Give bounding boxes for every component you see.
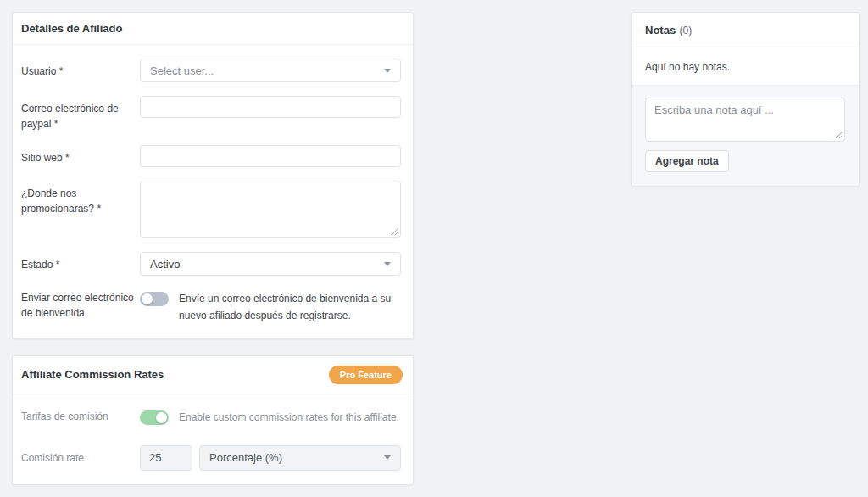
welcome-email-field: Envíe un correo electrónico de bienvenid…	[140, 289, 401, 325]
notes-footer: Agregar nota	[632, 86, 859, 186]
commission-toggle-field: Enable custom commission rates for this …	[140, 408, 401, 427]
toggle-knob	[142, 293, 153, 304]
page: Detalles de Afiliado Usuario * Select us…	[0, 0, 868, 497]
affiliate-details-title: Detalles de Afiliado	[21, 22, 122, 35]
paypal-email-input[interactable]	[140, 96, 401, 118]
commission-rate-type-value: Porcentaje (%)	[209, 451, 282, 464]
notes-body: Aquí no hay notas.	[632, 47, 859, 86]
commission-rates-title: Affiliate Commission Rates	[21, 368, 164, 381]
note-textarea[interactable]	[645, 98, 845, 142]
status-select-value: Activo	[150, 258, 180, 271]
user-select[interactable]: Select user...	[140, 59, 401, 82]
status-row: Estado * Activo	[13, 245, 413, 282]
pro-feature-badge: Pro Feature	[329, 366, 403, 384]
promote-row: ¿Donde nos promocionaras? *	[13, 174, 413, 245]
notes-count: (0)	[680, 25, 693, 36]
affiliate-details-body: Usuario * Select user... Correo electrón…	[13, 45, 413, 338]
website-label: Sitio web *	[21, 145, 140, 167]
promote-label: ¿Donde nos promocionaras? *	[21, 181, 140, 238]
promote-textarea[interactable]	[140, 181, 401, 238]
commission-toggle-label: Tarifas de comisión	[21, 408, 140, 427]
welcome-email-description: Envíe un correo electrónico de bienvenid…	[179, 293, 391, 321]
main-column: Detalles de Afiliado Usuario * Select us…	[12, 12, 414, 497]
user-label: Usuario *	[21, 59, 140, 82]
paypal-row: Correo electrónico de paypal *	[13, 89, 413, 138]
status-select[interactable]: Activo	[140, 252, 401, 276]
welcome-email-toggle[interactable]	[140, 292, 169, 306]
affiliate-details-header: Detalles de Afiliado	[13, 13, 413, 45]
notes-empty-text: Aquí no hay notas.	[645, 61, 730, 73]
chevron-down-icon	[384, 262, 391, 266]
website-row: Sitio web *	[13, 138, 413, 174]
status-label: Estado *	[21, 252, 140, 276]
notes-header: Notas (0)	[632, 13, 859, 47]
notes-card: Notas (0) Aquí no hay notas. Agregar not…	[631, 12, 860, 187]
commission-rates-header: Affiliate Commission Rates Pro Feature	[13, 356, 413, 394]
side-column: Notas (0) Aquí no hay notas. Agregar not…	[631, 12, 860, 187]
notes-title: Notas	[645, 24, 676, 36]
user-row: Usuario * Select user...	[13, 52, 413, 89]
commission-toggle-row: Tarifas de comisión Enable custom commis…	[13, 401, 413, 433]
chevron-down-icon	[384, 455, 391, 460]
website-input[interactable]	[140, 145, 401, 167]
commission-rates-card: Affiliate Commission Rates Pro Feature T…	[12, 355, 414, 485]
welcome-email-label: Enviar correo electrónico de bienvenida	[21, 289, 140, 325]
user-select-value: Select user...	[150, 64, 214, 77]
commission-rate-type-select[interactable]: Porcentaje (%)	[199, 445, 401, 471]
paypal-label: Correo electrónico de paypal *	[21, 96, 140, 131]
commission-rate-row: Comisión rate Porcentaje (%)	[13, 433, 413, 477]
commission-rates-toggle[interactable]	[140, 410, 169, 425]
welcome-email-row: Enviar correo electrónico de bienvenida …	[13, 282, 413, 332]
chevron-down-icon	[384, 69, 391, 73]
commission-rate-label: Comisión rate	[21, 445, 140, 471]
commission-toggle-description: Enable custom commission rates for this …	[179, 411, 399, 423]
commission-rate-input[interactable]	[140, 445, 192, 471]
toggle-knob	[156, 412, 167, 423]
add-note-button[interactable]: Agregar nota	[645, 150, 729, 172]
affiliate-details-card: Detalles de Afiliado Usuario * Select us…	[12, 12, 414, 339]
commission-rates-body: Tarifas de comisión Enable custom commis…	[13, 394, 413, 484]
